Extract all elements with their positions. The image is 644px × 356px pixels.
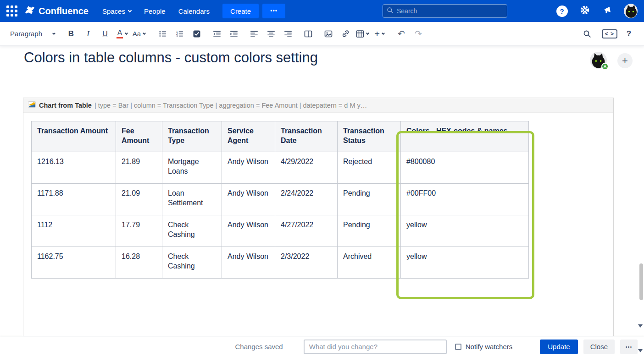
cell[interactable]: 1162.75 xyxy=(32,247,116,279)
align-right-icon xyxy=(284,30,292,38)
global-search[interactable] xyxy=(383,4,507,18)
cell[interactable]: Pending xyxy=(338,215,401,247)
cell[interactable]: 16.28 xyxy=(116,247,162,279)
column-header-transaction-status[interactable]: Transaction Status xyxy=(338,121,401,152)
nav-calendars[interactable]: Calendars xyxy=(178,7,210,15)
cell[interactable]: 17.79 xyxy=(116,215,162,247)
align-left-icon xyxy=(250,30,258,38)
create-button[interactable]: Create xyxy=(222,4,259,18)
cell[interactable]: Pending xyxy=(338,184,401,215)
insert-more-dropdown[interactable]: + xyxy=(372,27,386,41)
cell[interactable]: 2/3/2022 xyxy=(275,247,338,279)
notify-watchers-checkbox[interactable] xyxy=(455,344,461,350)
scrollbar-down-button[interactable] xyxy=(638,349,643,352)
cell[interactable]: Rejected xyxy=(338,152,401,184)
column-header-fee-amount[interactable]: Fee Amount xyxy=(116,121,162,152)
cell[interactable]: #00FF00 xyxy=(401,184,529,215)
editor-help-button[interactable]: ? xyxy=(622,27,636,41)
table-icon xyxy=(356,30,364,38)
cell[interactable]: yellow xyxy=(401,215,529,247)
undo-button[interactable]: ↶ xyxy=(394,27,408,41)
cell[interactable]: Andy Wilson xyxy=(222,215,275,247)
cell[interactable]: #800080 xyxy=(401,152,529,184)
cell[interactable]: Check Cashing xyxy=(162,215,222,247)
help-button[interactable]: ? xyxy=(555,4,569,18)
task-checkbox-icon xyxy=(193,30,201,38)
page-title[interactable]: Colors in table columns - custom colors … xyxy=(24,49,318,66)
scroll-down-arrow-icon[interactable] xyxy=(638,324,643,328)
cell[interactable]: Andy Wilson xyxy=(222,152,275,184)
column-header-transaction-amount[interactable]: Transaction Amount xyxy=(32,121,116,152)
cell[interactable]: 1216.13 xyxy=(32,152,116,184)
announcements-button[interactable] xyxy=(601,4,615,18)
cell[interactable]: yellow xyxy=(401,247,529,279)
chart-macro-icon xyxy=(28,101,36,109)
align-left-button[interactable] xyxy=(247,27,261,41)
cell[interactable]: 21.09 xyxy=(116,184,162,215)
nav-spaces[interactable]: Spaces xyxy=(102,7,131,15)
cell[interactable]: Andy Wilson xyxy=(222,184,275,215)
bullet-list-button[interactable] xyxy=(156,27,170,41)
outdent-icon xyxy=(213,30,221,38)
insert-link-button[interactable] xyxy=(339,27,352,41)
nav-people[interactable]: People xyxy=(144,7,166,15)
column-header-service-agent[interactable]: Service Agent xyxy=(222,121,275,152)
settings-button[interactable] xyxy=(578,4,592,18)
numbered-list-button[interactable]: 123 xyxy=(173,27,187,41)
cell[interactable]: 2/24/2022 xyxy=(275,184,338,215)
column-header-transaction-type[interactable]: Transaction Type xyxy=(162,121,222,152)
app-switcher-icon[interactable] xyxy=(6,5,17,16)
align-center-button[interactable] xyxy=(264,27,278,41)
cell[interactable]: Archived xyxy=(338,247,401,279)
cell[interactable]: 21.89 xyxy=(116,152,162,184)
cell[interactable]: Andy Wilson xyxy=(222,247,275,279)
bold-button[interactable]: B xyxy=(64,27,78,41)
text-color-icon: A xyxy=(117,29,123,38)
align-right-button[interactable] xyxy=(281,27,295,41)
change-comment-input[interactable] xyxy=(304,340,447,354)
cell[interactable]: 4/27/2022 xyxy=(275,215,338,247)
link-icon xyxy=(341,29,350,38)
source-editor-button[interactable]: < > xyxy=(602,27,617,41)
save-bar: Changes saved Notify watchers Update Clo… xyxy=(0,337,644,356)
find-replace-button[interactable] xyxy=(580,27,594,41)
page-layout-button[interactable] xyxy=(301,27,315,41)
insert-table-dropdown[interactable] xyxy=(355,27,369,41)
table-row: 1171.88 21.09 Loan Settlement Andy Wilso… xyxy=(32,184,529,215)
search-input[interactable] xyxy=(397,7,503,15)
indent-button[interactable] xyxy=(227,27,241,41)
cell[interactable]: Check Cashing xyxy=(162,247,222,279)
underline-button[interactable]: U xyxy=(98,27,112,41)
paragraph-style-dropdown[interactable]: Paragraph xyxy=(8,27,57,41)
footer-more-button[interactable]: ••• xyxy=(620,340,638,354)
column-header-transaction-date[interactable]: Transaction Date xyxy=(275,121,338,152)
update-button[interactable]: Update xyxy=(540,340,577,354)
scrollbar-thumb[interactable] xyxy=(639,263,643,300)
column-header-colors[interactable]: Colors - HEX-codes & names xyxy=(401,121,529,152)
close-button[interactable]: Close xyxy=(583,340,615,354)
cell[interactable]: 1171.88 xyxy=(32,184,116,215)
editor-toolbar: Paragraph B I U A Aa 123 xyxy=(0,22,644,46)
code-brackets-icon: < > xyxy=(602,29,617,38)
insert-image-button[interactable] xyxy=(322,27,335,41)
user-avatar[interactable] xyxy=(624,4,638,18)
cell[interactable]: 4/29/2022 xyxy=(275,152,338,184)
cell[interactable]: Mortgage Loans xyxy=(162,152,222,184)
task-list-button[interactable] xyxy=(190,27,204,41)
outdent-button[interactable] xyxy=(210,27,224,41)
nav-more-button[interactable]: ••• xyxy=(262,4,285,18)
macro-header[interactable]: Chart from Table | type = Bar | column =… xyxy=(23,98,613,113)
confluence-home-link[interactable]: Confluence xyxy=(25,5,89,17)
italic-button[interactable]: I xyxy=(81,27,95,41)
more-formatting-dropdown[interactable]: Aa xyxy=(132,27,146,41)
align-center-icon xyxy=(267,30,275,38)
cat-avatar-image xyxy=(624,4,638,18)
cell[interactable]: 1112 xyxy=(32,215,116,247)
redo-button[interactable]: ↷ xyxy=(411,27,425,41)
cell[interactable]: Loan Settlement xyxy=(162,184,222,215)
notify-watchers-label: Notify watchers xyxy=(466,343,513,351)
text-color-dropdown[interactable]: A xyxy=(115,27,129,41)
add-contributor-button[interactable]: + xyxy=(617,53,633,68)
byline-avatar[interactable]: A xyxy=(590,52,607,69)
layout-icon xyxy=(304,30,312,38)
